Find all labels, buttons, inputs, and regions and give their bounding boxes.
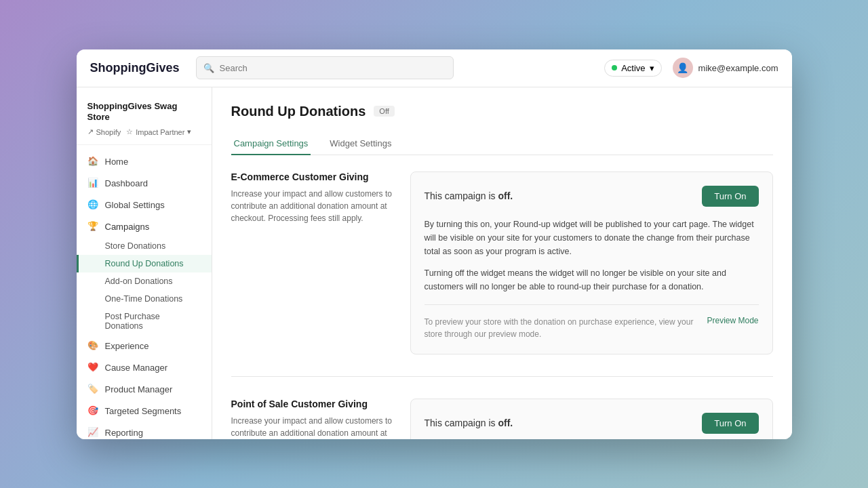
sidebar: ShoppingGives Swag Store ↗ Shopify ☆ Imp… <box>77 87 212 439</box>
share-icon: ↗ <box>87 127 94 136</box>
ecommerce-title: E-Commerce Customer Giving <box>231 171 394 182</box>
ecommerce-layout: E-Commerce Customer Giving Increase your… <box>231 171 773 354</box>
main-content: Round Up Donations Off Campaign Settings… <box>212 87 792 439</box>
sidebar-item-dashboard[interactable]: 📊 Dashboard <box>77 172 212 194</box>
ecommerce-turn-on-button[interactable]: Turn On <box>702 186 758 207</box>
tab-widget-settings[interactable]: Widget Settings <box>327 133 394 155</box>
preview-text: To preview your store with the donation … <box>425 316 696 340</box>
ecommerce-info2: Turning off the widget means the widget … <box>425 266 759 293</box>
store-info: ShoppingGives Swag Store ↗ Shopify ☆ Imp… <box>77 96 212 146</box>
trophy-icon: 🏆 <box>87 221 98 232</box>
pos-section: Point of Sale Customer Giving Increase y… <box>231 399 773 439</box>
avatar: 👤 <box>673 58 693 78</box>
pos-layout: Point of Sale Customer Giving Increase y… <box>231 399 773 439</box>
status-badge[interactable]: Active ▾ <box>604 60 661 77</box>
ecommerce-info1: By turning this on, your Round-up widget… <box>425 218 759 258</box>
sidebar-item-cause-manager[interactable]: ❤️ Cause Manager <box>77 357 212 378</box>
sidebar-item-product-manager[interactable]: 🏷️ Product Manager <box>77 378 212 400</box>
tabs: Campaign Settings Widget Settings <box>231 133 773 155</box>
sidebar-item-round-up-donations[interactable]: Round Up Donations <box>77 255 212 272</box>
tag-icon: 🏷️ <box>87 384 98 394</box>
search-icon: 🔍 <box>203 63 214 73</box>
home-icon: 🏠 <box>87 156 98 167</box>
chart-bar-icon: 📊 <box>87 178 98 188</box>
page-header: Round Up Donations Off <box>231 104 773 119</box>
globe-icon: 🌐 <box>87 199 98 210</box>
search-input[interactable] <box>220 63 446 73</box>
sidebar-item-global-settings[interactable]: 🌐 Global Settings <box>77 194 212 216</box>
user-email: mike@example.com <box>698 63 778 73</box>
campaigns-sub-nav: Store Donations Round Up Donations Add-o… <box>77 237 212 335</box>
search-bar[interactable]: 🔍 <box>196 56 454 79</box>
heart-icon: ❤️ <box>87 362 98 373</box>
pos-left: Point of Sale Customer Giving Increase y… <box>231 399 394 439</box>
pos-turn-on-button[interactable]: Turn On <box>702 413 758 434</box>
ecommerce-desc: Increase your impact and allow customers… <box>231 188 394 224</box>
graph-icon: 📈 <box>87 427 98 438</box>
ecommerce-section: E-Commerce Customer Giving Increase your… <box>231 171 773 377</box>
impact-tier[interactable]: ☆ Impact Partner ▾ <box>126 127 191 136</box>
sidebar-item-home[interactable]: 🏠 Home <box>77 150 212 172</box>
star-icon: ☆ <box>126 127 133 136</box>
status-label: Active <box>621 63 645 73</box>
target-icon: 🎯 <box>87 405 98 416</box>
sidebar-item-one-time-donations[interactable]: One-Time Donations <box>77 290 212 308</box>
sidebar-item-experience[interactable]: 🎨 Experience <box>77 335 212 357</box>
page-title: Round Up Donations <box>231 104 366 119</box>
status-dot <box>612 65 617 70</box>
pos-desc: Increase your impact and allow customers… <box>231 415 394 439</box>
pos-status-row: This campaign is off. Turn On <box>425 413 759 434</box>
ecommerce-status-row: This campaign is off. Turn On <box>425 186 759 207</box>
tab-campaign-settings[interactable]: Campaign Settings <box>231 133 311 155</box>
chevron-down-icon: ▾ <box>187 127 191 136</box>
sidebar-item-add-on-donations[interactable]: Add-on Donations <box>77 272 212 290</box>
ecommerce-status-text: This campaign is off. <box>425 190 513 201</box>
sidebar-item-targeted-segments[interactable]: 🎯 Targeted Segments <box>77 400 212 422</box>
ecommerce-card: This campaign is off. Turn On By turning… <box>410 171 773 354</box>
pos-title: Point of Sale Customer Giving <box>231 399 394 409</box>
main-layout: ShoppingGives Swag Store ↗ Shopify ☆ Imp… <box>77 87 792 439</box>
store-platform[interactable]: ↗ Shopify <box>87 127 121 136</box>
user-info: 👤 mike@example.com <box>673 58 778 78</box>
store-name: ShoppingGives Swag Store <box>87 101 201 124</box>
palette-icon: 🎨 <box>87 340 98 351</box>
store-meta: ↗ Shopify ☆ Impact Partner ▾ <box>87 127 201 136</box>
sidebar-item-post-purchase-donations[interactable]: Post Purchase Donations <box>77 308 212 335</box>
preview-mode-link[interactable]: Preview Mode <box>707 316 758 325</box>
status-badge: Off <box>374 106 394 117</box>
chevron-down-icon: ▾ <box>650 63 654 73</box>
ecommerce-left: E-Commerce Customer Giving Increase your… <box>231 171 394 224</box>
divider <box>425 304 759 305</box>
app-logo: ShoppingGives <box>90 61 180 75</box>
sidebar-item-campaigns[interactable]: 🏆 Campaigns <box>77 216 212 237</box>
nav-right: Active ▾ 👤 mike@example.com <box>604 58 778 78</box>
top-nav: ShoppingGives 🔍 Active ▾ 👤 mike@example.… <box>77 49 792 87</box>
sidebar-item-store-donations[interactable]: Store Donations <box>77 237 212 255</box>
pos-status-text: This campaign is off. <box>425 418 513 428</box>
app-window: ShoppingGives 🔍 Active ▾ 👤 mike@example.… <box>77 49 792 439</box>
pos-card: This campaign is off. Turn On By turning… <box>410 399 773 439</box>
sidebar-item-reporting[interactable]: 📈 Reporting <box>77 422 212 439</box>
preview-row: To preview your store with the donation … <box>425 316 759 340</box>
